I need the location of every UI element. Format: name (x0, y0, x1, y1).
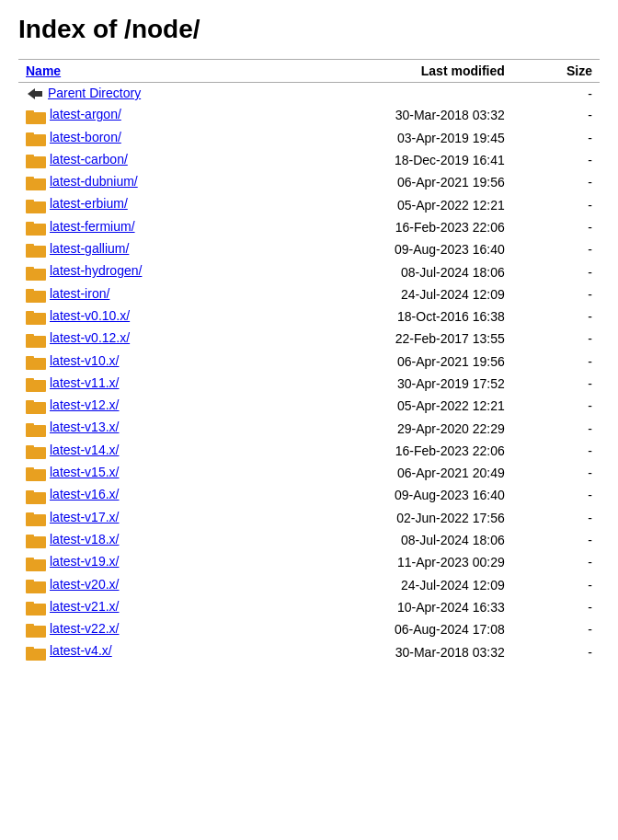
entry-size-cell: - (523, 351, 600, 373)
entry-modified-cell: 16-Feb-2023 22:06 (266, 216, 523, 238)
entry-size-cell: - (523, 328, 600, 350)
folder-icon (26, 465, 50, 479)
svg-rect-33 (26, 445, 34, 449)
folder-link[interactable]: latest-v19.x/ (50, 554, 119, 569)
entry-name-cell: latest-iron/ (18, 283, 266, 305)
entry-size-cell: - (523, 283, 600, 305)
table-row: latest-dubnium/06-Apr-2021 19:56- (18, 171, 600, 193)
folder-icon (26, 107, 50, 121)
entry-size-cell: - (523, 417, 600, 439)
folder-link[interactable]: latest-v10.x/ (50, 353, 119, 368)
svg-rect-1 (35, 91, 42, 97)
table-row: latest-argon/30-Mar-2018 03:32- (18, 104, 600, 126)
svg-rect-7 (26, 155, 34, 158)
svg-rect-35 (26, 467, 34, 471)
entry-size-cell: - (523, 640, 600, 662)
folder-link[interactable]: latest-fermium/ (50, 219, 135, 234)
folder-link[interactable]: latest-iron/ (50, 286, 109, 301)
entry-size-cell: - (523, 260, 600, 282)
entry-size-cell: - (523, 484, 600, 506)
folder-link[interactable]: latest-v20.x/ (50, 577, 119, 592)
svg-rect-27 (26, 378, 34, 382)
entry-size-cell: - (523, 440, 600, 462)
folder-link[interactable]: latest-v16.x/ (50, 487, 119, 501)
folder-link[interactable]: latest-gallium/ (50, 241, 129, 256)
folder-icon (26, 130, 50, 144)
folder-icon (26, 196, 50, 211)
table-row: latest-carbon/18-Dec-2019 16:41- (18, 149, 600, 171)
entry-name-cell: latest-v11.x/ (18, 373, 266, 395)
folder-link[interactable]: latest-v0.12.x/ (50, 330, 130, 345)
entry-size-cell: - (523, 551, 600, 573)
entry-name-cell: Parent Directory (18, 83, 266, 105)
folder-link[interactable]: latest-v21.x/ (50, 599, 119, 614)
folder-link[interactable]: latest-boron/ (50, 130, 121, 144)
folder-link[interactable]: latest-v18.x/ (50, 532, 119, 547)
entry-modified-cell: 29-Apr-2020 22:29 (266, 417, 523, 439)
folder-icon (26, 330, 50, 345)
folder-icon (26, 532, 50, 547)
parent-directory-link[interactable]: Parent Directory (48, 86, 141, 100)
entry-name-cell: latest-v16.x/ (18, 484, 266, 506)
svg-rect-39 (26, 512, 34, 516)
folder-link[interactable]: latest-erbium/ (50, 196, 128, 211)
entry-size-cell: - (523, 216, 600, 238)
svg-rect-29 (26, 400, 34, 404)
table-row: latest-v20.x/24-Jul-2024 12:09- (18, 574, 600, 596)
folder-link[interactable]: latest-argon/ (50, 107, 121, 121)
col-modified-header: Last modified (266, 60, 523, 83)
entry-modified-cell: 06-Apr-2021 20:49 (266, 462, 523, 484)
folder-link[interactable]: latest-v12.x/ (50, 397, 119, 412)
folder-link[interactable]: latest-carbon/ (50, 152, 128, 167)
entry-modified-cell: 24-Jul-2024 12:09 (266, 574, 523, 596)
entry-modified-cell: 06-Apr-2021 19:56 (266, 171, 523, 193)
folder-link[interactable]: latest-v4.x/ (50, 643, 112, 658)
folder-link[interactable]: latest-v11.x/ (50, 375, 119, 390)
table-row: latest-v12.x/05-Apr-2022 12:21- (18, 395, 600, 417)
table-row: latest-v21.x/10-Apr-2024 16:33- (18, 596, 600, 618)
svg-rect-47 (26, 602, 34, 605)
folder-icon (26, 510, 50, 524)
col-name-header[interactable]: Name (18, 60, 266, 83)
entry-modified-cell: 18-Oct-2016 16:38 (266, 305, 523, 328)
table-row: latest-v10.x/06-Apr-2021 19:56- (18, 351, 600, 373)
entry-modified-cell: 18-Dec-2019 16:41 (266, 149, 523, 171)
svg-rect-51 (26, 647, 34, 650)
folder-link[interactable]: latest-v14.x/ (50, 443, 119, 457)
folder-link[interactable]: latest-hydrogen/ (50, 263, 142, 278)
folder-link[interactable]: latest-v22.x/ (50, 621, 119, 636)
table-row: latest-v17.x/02-Jun-2022 17:56- (18, 507, 600, 529)
folder-link[interactable]: latest-v17.x/ (50, 510, 119, 524)
svg-rect-17 (26, 267, 34, 270)
table-row: latest-v15.x/06-Apr-2021 20:49- (18, 462, 600, 484)
folder-link[interactable]: latest-v13.x/ (50, 420, 119, 434)
folder-link[interactable]: latest-v15.x/ (50, 465, 119, 479)
table-row: latest-v22.x/06-Aug-2024 17:08- (18, 618, 600, 640)
entry-name-cell: latest-v4.x/ (18, 640, 266, 662)
entry-size-cell: - (523, 529, 600, 551)
svg-rect-49 (26, 624, 34, 627)
folder-link[interactable]: latest-dubnium/ (50, 174, 138, 189)
folder-icon (26, 420, 50, 434)
svg-rect-15 (26, 244, 34, 247)
entry-name-cell: latest-v10.x/ (18, 351, 266, 373)
folder-icon (26, 263, 50, 278)
entry-name-cell: latest-v21.x/ (18, 596, 266, 618)
svg-rect-9 (26, 177, 34, 180)
entry-size-cell: - (523, 395, 600, 417)
entry-name-cell: latest-v12.x/ (18, 395, 266, 417)
directory-listing: Name Last modified Size Parent Directory… (18, 59, 600, 663)
entry-modified-cell: 16-Feb-2023 22:06 (266, 440, 523, 462)
entry-modified-cell: 22-Feb-2017 13:55 (266, 328, 523, 350)
folder-link[interactable]: latest-v0.10.x/ (50, 308, 130, 323)
entry-modified-cell (266, 83, 523, 105)
table-row: latest-v0.12.x/22-Feb-2017 13:55- (18, 328, 600, 350)
table-row: latest-gallium/09-Aug-2023 16:40- (18, 238, 600, 260)
entry-name-cell: latest-fermium/ (18, 216, 266, 238)
table-row: latest-fermium/16-Feb-2023 22:06- (18, 216, 600, 238)
svg-rect-31 (26, 423, 34, 427)
svg-rect-43 (26, 558, 34, 561)
table-row: latest-v11.x/30-Apr-2019 17:52- (18, 373, 600, 395)
folder-icon (26, 487, 50, 501)
name-sort-link[interactable]: Name (26, 63, 61, 78)
